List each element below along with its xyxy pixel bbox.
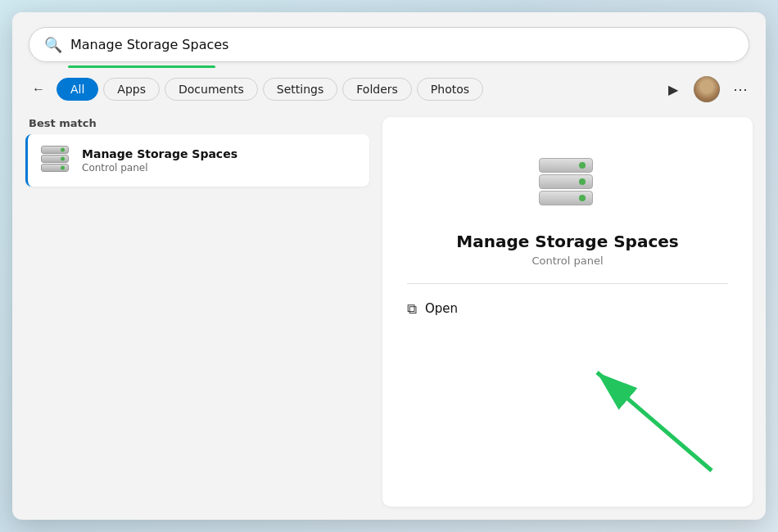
avatar-image bbox=[694, 76, 720, 102]
arrow-svg bbox=[548, 348, 728, 479]
open-label: Open bbox=[425, 301, 458, 316]
app-icon-large bbox=[535, 150, 600, 215]
disk-3-large bbox=[539, 191, 593, 205]
svg-line-1 bbox=[597, 372, 712, 471]
play-button[interactable]: ▶ bbox=[661, 77, 685, 101]
filter-documents[interactable]: Documents bbox=[165, 78, 258, 101]
search-icon: 🔍 bbox=[44, 36, 62, 53]
app-icon-small bbox=[39, 144, 72, 177]
content-area: Best match Manage Storage Spaces Control… bbox=[12, 109, 766, 520]
disk-1-small bbox=[41, 146, 69, 154]
media-controls: ▶ ⋯ bbox=[661, 76, 753, 102]
left-panel: Best match Manage Storage Spaces Control… bbox=[25, 117, 369, 507]
disk-stack-small bbox=[41, 146, 70, 175]
disk-3-small bbox=[41, 164, 69, 172]
search-panel: 🔍 ← All Apps Documents Settings Folders … bbox=[12, 12, 766, 520]
search-input[interactable] bbox=[70, 37, 734, 52]
app-type-small: Control panel bbox=[82, 162, 237, 174]
open-external-icon: ⧉ bbox=[407, 300, 417, 317]
right-panel: Manage Storage Spaces Control panel ⧉ Op… bbox=[382, 117, 753, 507]
divider bbox=[407, 283, 728, 284]
open-row[interactable]: ⧉ Open bbox=[407, 300, 728, 317]
arrow-annotation bbox=[548, 348, 728, 482]
back-button[interactable]: ← bbox=[25, 79, 52, 100]
app-name-small: Manage Storage Spaces bbox=[82, 147, 237, 160]
app-info: Manage Storage Spaces Control panel bbox=[82, 147, 237, 174]
filter-bar: ← All Apps Documents Settings Folders Ph… bbox=[12, 68, 766, 109]
filter-apps[interactable]: Apps bbox=[103, 78, 160, 101]
filter-all[interactable]: All bbox=[57, 78, 98, 101]
disk-2-small bbox=[41, 155, 69, 163]
more-button[interactable]: ⋯ bbox=[728, 79, 753, 100]
right-app-name: Manage Storage Spaces bbox=[456, 232, 678, 251]
search-bar-area: 🔍 bbox=[12, 12, 766, 68]
best-match-item[interactable]: Manage Storage Spaces Control panel bbox=[25, 134, 369, 187]
disk-1-large bbox=[539, 158, 593, 173]
filter-photos[interactable]: Photos bbox=[417, 78, 483, 101]
avatar[interactable] bbox=[694, 76, 720, 102]
right-app-type: Control panel bbox=[531, 255, 603, 267]
disk-stack-large bbox=[539, 158, 596, 207]
search-box: 🔍 bbox=[29, 27, 749, 62]
filter-settings[interactable]: Settings bbox=[263, 78, 337, 101]
disk-2-large bbox=[539, 174, 593, 189]
section-label: Best match bbox=[25, 117, 369, 129]
filter-folders[interactable]: Folders bbox=[342, 78, 412, 101]
